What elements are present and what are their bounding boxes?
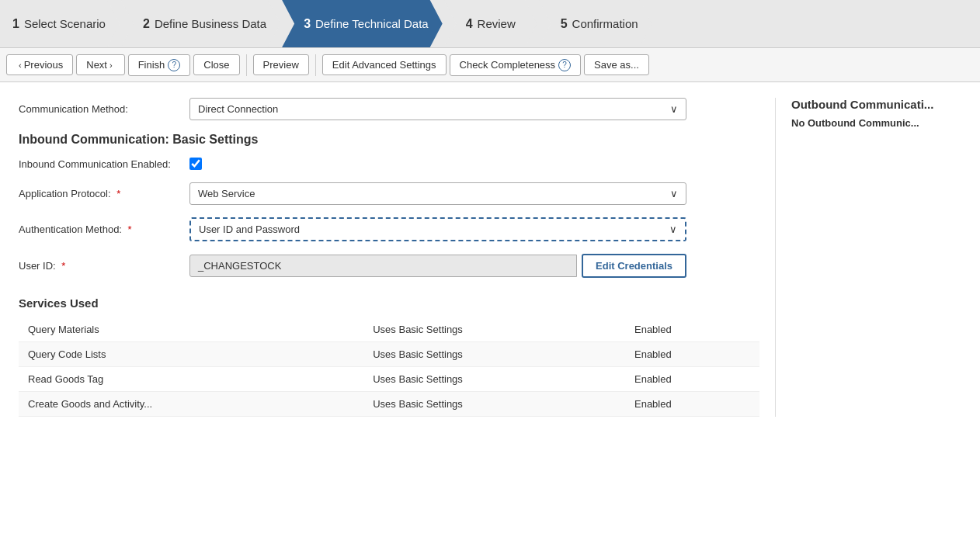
finish-help-icon[interactable]: ? (168, 59, 180, 71)
inbound-enabled-row: Inbound Communication Enabled: (19, 158, 759, 170)
toolbar-separator-2 (315, 54, 316, 76)
edit-credentials-button[interactable]: Edit Credentials (582, 254, 686, 278)
step-label-4: Review (478, 17, 516, 30)
application-protocol-value: Web Service (198, 188, 255, 199)
services-table: Query MaterialsUses Basic SettingsEnable… (19, 317, 759, 417)
edit-advanced-button[interactable]: Edit Advanced Settings (322, 54, 447, 75)
communication-method-value: Direct Connection (198, 103, 278, 115)
table-cell-service: Read Goods Tag (19, 367, 363, 392)
authentication-method-select[interactable]: User ID and Password ∨ (189, 217, 686, 241)
next-arrow-icon: › (109, 61, 113, 70)
step-num-4: 4 (466, 17, 473, 31)
table-cell-service: Query Materials (19, 317, 363, 342)
toolbar: ‹ Previous Next › Finish ? Close Preview… (0, 48, 980, 82)
step-label-1: Select Scenario (24, 17, 106, 30)
step-label-2: Define Business Data (155, 17, 266, 30)
table-row: Query Code ListsUses Basic SettingsEnabl… (19, 342, 759, 367)
application-protocol-label: Application Protocol: * (19, 188, 189, 199)
authentication-method-control: User ID and Password ∨ (189, 217, 686, 241)
table-cell-service: Create Goods and Activity... (19, 392, 363, 417)
step-num-3: 3 (304, 17, 311, 31)
communication-method-row: Communication Method: Direct Connection … (19, 98, 759, 120)
table-cell-status: Enabled (625, 342, 759, 367)
inbound-section-title: Inbound Communication: Basic Settings (19, 133, 759, 147)
table-cell-status: Enabled (625, 367, 759, 392)
step-num-1: 1 (12, 17, 19, 31)
save-button[interactable]: Save as... (584, 54, 649, 75)
authentication-method-row: Authentication Method: * User ID and Pas… (19, 217, 759, 241)
right-panel: Outbound Communicati... No Outbound Comm… (775, 98, 961, 417)
table-cell-service: Query Code Lists (19, 342, 363, 367)
wizard-step-2[interactable]: 2 Define Business Data (121, 0, 280, 47)
wizard-steps: 1 Select Scenario 2 Define Business Data… (0, 0, 980, 48)
inbound-enabled-label: Inbound Communication Enabled: (19, 158, 189, 170)
table-row: Create Goods and Activity...Uses Basic S… (19, 392, 759, 417)
prev-arrow-icon: ‹ (19, 61, 22, 70)
application-protocol-select[interactable]: Web Service ∨ (189, 182, 686, 205)
user-id-row: User ID: * _CHANGESTOCK Edit Credentials (19, 254, 759, 278)
table-cell-status: Enabled (625, 392, 759, 417)
toolbar-separator-1 (246, 54, 247, 76)
wizard-step-1[interactable]: 1 Select Scenario (0, 0, 120, 47)
wizard-step-3[interactable]: 3 Define Technical Data (282, 0, 443, 47)
check-completeness-button[interactable]: Check Completeness ? (450, 54, 582, 76)
table-cell-setting: Uses Basic Settings (363, 392, 625, 417)
table-row: Query MaterialsUses Basic SettingsEnable… (19, 317, 759, 342)
step-num-2: 2 (143, 17, 150, 31)
outbound-subtitle: No Outbound Communic... (791, 117, 961, 129)
close-button[interactable]: Close (193, 54, 239, 75)
step-label-5: Confirmation (572, 17, 638, 30)
communication-method-control: Direct Connection ∨ (189, 98, 686, 120)
table-cell-status: Enabled (625, 317, 759, 342)
user-id-group: _CHANGESTOCK Edit Credentials (189, 254, 686, 278)
application-protocol-control: Web Service ∨ (189, 182, 686, 205)
wizard-step-4[interactable]: 4 Review (444, 0, 537, 47)
outbound-title: Outbound Communicati... (791, 98, 961, 111)
user-id-control: _CHANGESTOCK Edit Credentials (189, 254, 686, 278)
communication-method-label: Communication Method: (19, 103, 189, 115)
user-id-value: _CHANGESTOCK (189, 255, 577, 277)
user-id-label: User ID: * (19, 260, 189, 272)
previous-button[interactable]: ‹ Previous (6, 54, 73, 75)
application-protocol-chevron: ∨ (670, 188, 678, 199)
inbound-enabled-checkbox[interactable] (189, 158, 202, 170)
step-label-3: Define Technical Data (315, 17, 429, 30)
auth-method-required: * (128, 224, 132, 235)
finish-button[interactable]: Finish ? (128, 54, 191, 76)
user-id-required: * (61, 260, 65, 272)
table-cell-setting: Uses Basic Settings (363, 367, 625, 392)
services-section: Services Used Query MaterialsUses Basic … (19, 296, 759, 417)
preview-button[interactable]: Preview (253, 54, 309, 75)
inbound-enabled-control (189, 158, 686, 170)
main-content: Communication Method: Direct Connection … (0, 82, 980, 432)
wizard-step-5[interactable]: 5 Confirmation (539, 0, 652, 47)
auth-method-chevron: ∨ (669, 224, 677, 235)
step-num-5: 5 (561, 17, 568, 31)
table-row: Read Goods TagUses Basic SettingsEnabled (19, 367, 759, 392)
application-protocol-row: Application Protocol: * Web Service ∨ (19, 182, 759, 205)
authentication-method-label: Authentication Method: * (19, 224, 189, 235)
table-cell-setting: Uses Basic Settings (363, 342, 625, 367)
check-help-icon[interactable]: ? (558, 59, 571, 71)
communication-method-select[interactable]: Direct Connection ∨ (189, 98, 686, 120)
communication-method-chevron: ∨ (670, 103, 678, 115)
next-button[interactable]: Next › (76, 54, 124, 75)
left-panel: Communication Method: Direct Connection … (19, 98, 759, 417)
authentication-method-value: User ID and Password (199, 224, 300, 235)
application-protocol-required: * (116, 188, 120, 199)
table-cell-setting: Uses Basic Settings (363, 317, 625, 342)
services-title: Services Used (19, 296, 759, 310)
